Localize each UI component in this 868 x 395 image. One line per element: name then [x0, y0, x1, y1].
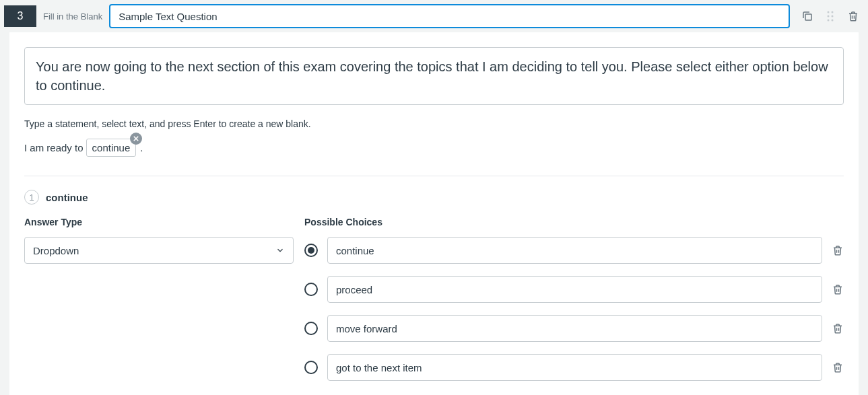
- choice-input[interactable]: [327, 354, 822, 381]
- delete-question-icon[interactable]: [846, 9, 860, 23]
- svg-point-3: [828, 15, 830, 17]
- choice-row: [304, 315, 844, 342]
- divider: [24, 176, 844, 176]
- blank-hint-text: Type a statement, select text, and press…: [24, 118, 844, 129]
- delete-choice-icon[interactable]: [832, 283, 844, 295]
- choice-radio[interactable]: [304, 244, 318, 257]
- chevron-down-icon: [275, 246, 285, 255]
- svg-rect-0: [805, 14, 811, 20]
- question-stem[interactable]: You are now going to the next section of…: [24, 47, 844, 105]
- svg-point-1: [828, 11, 830, 13]
- answer-type-value: Dropdown: [33, 245, 79, 256]
- choice-radio[interactable]: [304, 283, 318, 296]
- svg-point-2: [832, 11, 834, 13]
- statement-prefix: I am ready to: [24, 142, 84, 153]
- choice-radio[interactable]: [304, 322, 318, 335]
- svg-point-5: [828, 20, 830, 22]
- svg-point-4: [832, 15, 834, 17]
- blank-header: 1 continue: [24, 190, 844, 205]
- question-title-input[interactable]: [109, 4, 790, 28]
- question-type-label: Fill in the Blank: [43, 11, 102, 22]
- answer-type-dropdown[interactable]: Dropdown: [24, 237, 294, 264]
- question-number: 3: [4, 5, 36, 27]
- delete-choice-icon[interactable]: [832, 361, 844, 373]
- choice-input[interactable]: [327, 276, 822, 303]
- question-header: 3 Fill in the Blank: [0, 0, 868, 32]
- drag-handle-icon[interactable]: [824, 9, 837, 23]
- answer-type-label: Answer Type: [24, 217, 294, 227]
- delete-choice-icon[interactable]: [832, 244, 844, 256]
- question-content: You are now going to the next section of…: [9, 32, 859, 395]
- svg-point-6: [832, 20, 834, 22]
- blank-index: 1: [24, 190, 39, 205]
- choice-input[interactable]: [327, 315, 822, 342]
- statement-row: I am ready to continue .: [24, 139, 844, 157]
- possible-choices-label: Possible Choices: [304, 217, 844, 227]
- blank-token-text: continue: [92, 142, 131, 153]
- choice-row: [304, 276, 844, 303]
- choice-row: [304, 354, 844, 381]
- blank-token[interactable]: continue: [86, 139, 137, 157]
- statement-suffix: .: [140, 142, 143, 153]
- blank-name: continue: [46, 192, 88, 203]
- duplicate-icon[interactable]: [801, 9, 814, 23]
- choice-input[interactable]: [327, 237, 822, 264]
- delete-choice-icon[interactable]: [832, 322, 844, 334]
- choice-row: [304, 237, 844, 264]
- choice-radio[interactable]: [304, 361, 318, 374]
